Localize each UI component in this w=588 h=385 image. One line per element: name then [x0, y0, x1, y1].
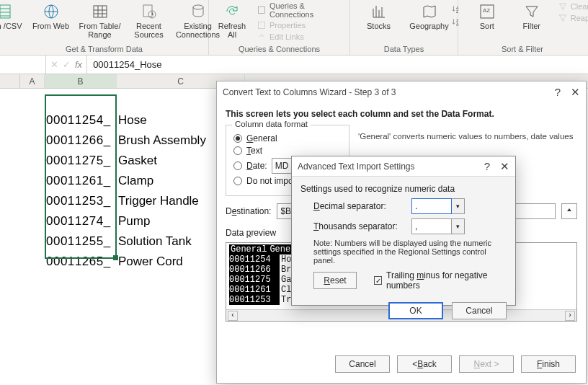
column-header[interactable]: A [20, 74, 45, 88]
advanced-text-import-dialog: Advanced Text Import Settings ? ✕ Settin… [291, 156, 516, 306]
help-icon[interactable]: ? [484, 160, 490, 173]
svg-rect-7 [258, 22, 264, 28]
next-button: Next > [459, 355, 514, 373]
group-label: Get & Transform Data [66, 43, 143, 53]
clear-filter-item[interactable]: Clear [558, 1, 588, 12]
funnel-icon [522, 3, 542, 20]
label: Geography [409, 22, 448, 30]
label: From Table/ Range [77, 22, 123, 39]
sort-button[interactable]: AZ Sort [468, 1, 506, 30]
radio-general[interactable]: General [233, 133, 342, 143]
cancel-entry-icon[interactable]: ✕ [50, 59, 58, 70]
reapply-filter-item[interactable]: Reapp [558, 13, 588, 23]
cell-value: 00011266_ [46, 133, 118, 148]
refresh-all-button[interactable]: Refresh All [215, 1, 249, 39]
decimal-label: Decimal separator: [313, 201, 407, 211]
enter-entry-icon[interactable]: ✓ [63, 59, 71, 70]
radio-icon [233, 134, 242, 143]
formula-input[interactable]: 00011254_Hose [87, 56, 588, 74]
label: Queries & Connections [270, 1, 344, 19]
cell-value: 00011274_ [46, 214, 118, 229]
label: Properties [270, 21, 306, 30]
cell-value: 00011255_ [46, 234, 118, 249]
svg-rect-2 [94, 6, 107, 17]
note-text: Note: Numbers will be displayed using th… [313, 239, 507, 265]
properties-item[interactable]: Properties [257, 20, 344, 30]
dialog-title: Advanced Text Import Settings [298, 161, 415, 172]
from-web-button[interactable]: From Web [32, 1, 70, 30]
checkbox-icon[interactable]: ✓ [374, 276, 382, 285]
dialog-intro: This screen lets you select each column … [226, 109, 577, 119]
label: Clear [571, 2, 588, 11]
cancel-button[interactable]: Cancel [335, 355, 390, 373]
ok-button[interactable]: OK [388, 302, 443, 319]
svg-rect-6 [258, 6, 264, 13]
globe-icon [41, 3, 61, 20]
radio-icon [233, 177, 242, 185]
finish-button[interactable]: Finish [521, 355, 576, 373]
label: Filter [523, 22, 540, 30]
sort-az-button[interactable]: AZ [451, 4, 461, 14]
label: Stocks [367, 22, 391, 30]
column-header[interactable]: B [45, 74, 117, 88]
stocks-icon [369, 3, 389, 20]
radio-text[interactable]: Text [233, 146, 342, 156]
csv-icon [0, 3, 17, 20]
dialog-title: Convert Text to Columns Wizard - Step 3 … [223, 87, 396, 97]
svg-text:AZ: AZ [483, 7, 490, 14]
thousands-label: Thousands separator: [313, 221, 407, 231]
label: om /CSV [0, 22, 22, 30]
from-csv-button[interactable]: om /CSV [0, 1, 25, 30]
formula-bar: ✕ ✓ fx 00011254_Hose [0, 56, 588, 74]
dialog-heading: Settings used to recognize numeric data [300, 184, 507, 194]
label: Refresh All [215, 22, 249, 39]
cancel-button[interactable]: Cancel [452, 302, 507, 319]
queries-connections-item[interactable]: Queries & Connections [257, 1, 344, 19]
close-icon[interactable]: ✕ [500, 160, 509, 173]
group-label: Queries & Connections [239, 43, 320, 53]
range-picker-icon[interactable] [561, 203, 577, 219]
chevron-down-icon[interactable]: ▾ [452, 218, 465, 234]
sort-icon: AZ [477, 3, 497, 20]
map-icon [419, 3, 440, 20]
edit-links-item[interactable]: Edit Links [257, 32, 344, 42]
name-box[interactable] [0, 56, 46, 74]
format-note: 'General' converts numeric values to num… [358, 119, 577, 141]
chevron-down-icon[interactable]: ▾ [452, 198, 465, 214]
help-icon[interactable]: ? [555, 86, 561, 99]
fx-icon[interactable]: fx [75, 59, 82, 70]
destination-label: Destination: [226, 206, 271, 216]
cell-value: 00011275_ [46, 154, 118, 168]
scroll-left-icon[interactable]: ‹ [228, 311, 238, 321]
label: Do not impo [246, 176, 293, 186]
sort-za-button[interactable]: ZA [451, 17, 461, 27]
label: Reapp [571, 14, 588, 22]
scroll-right-icon[interactable]: › [565, 311, 575, 321]
svg-point-5 [193, 5, 203, 9]
from-table-button[interactable]: From Table/ Range [77, 1, 123, 39]
close-icon[interactable]: ✕ [571, 86, 580, 99]
reset-button[interactable]: Reset [313, 272, 357, 289]
geography-button[interactable]: Geography [411, 1, 448, 30]
svg-text:A: A [456, 22, 459, 27]
radio-icon [233, 161, 242, 170]
label: Edit Links [270, 32, 304, 41]
cell-value: 00011261_ [46, 174, 118, 188]
recent-icon [139, 3, 159, 20]
decimal-separator-field[interactable]: . [411, 198, 452, 214]
back-button[interactable]: < Back [397, 355, 452, 373]
recent-sources-button[interactable]: Recent Sources [130, 1, 168, 39]
group-label: Data Types [384, 43, 424, 53]
table-icon [90, 3, 110, 20]
group-label: Column data format [232, 120, 311, 128]
label: Sort [480, 22, 494, 30]
thousands-separator-field[interactable]: , [411, 218, 452, 234]
cell-value: 00011253_ [46, 194, 118, 208]
label: From Web [32, 22, 69, 30]
filter-button[interactable]: Filter [513, 1, 551, 30]
cell-value: 00011254_ [46, 113, 118, 128]
group-label: Sort & Filter [502, 43, 543, 53]
stocks-button[interactable]: Stocks [360, 1, 398, 30]
label: Recent Sources [130, 22, 168, 39]
trailing-minus-label: Trailing minus for negative numbers [386, 270, 507, 291]
